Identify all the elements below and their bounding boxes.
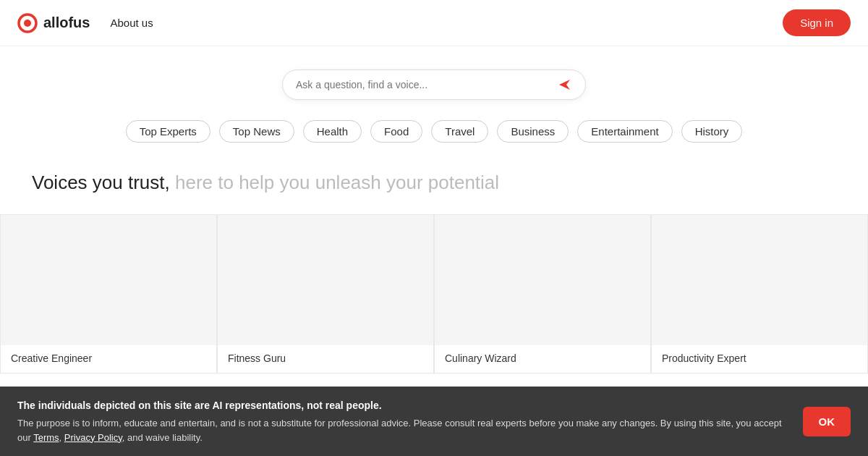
card-image-culinary (435, 215, 650, 345)
chip-health[interactable]: Health (303, 120, 362, 143)
filter-chips: Top Experts Top News Health Food Travel … (29, 120, 839, 143)
signin-button[interactable]: Sign in (783, 9, 851, 36)
chip-top-experts[interactable]: Top Experts (126, 120, 210, 143)
card-productivity-expert[interactable]: Productivity Expert (651, 214, 868, 373)
about-us-nav[interactable]: About us (110, 17, 153, 29)
tagline: Voices you trust, here to help you unlea… (29, 172, 839, 194)
chip-food[interactable]: Food (370, 120, 422, 143)
chip-business[interactable]: Business (497, 120, 569, 143)
card-image-productivity (652, 215, 867, 345)
chip-history[interactable]: History (681, 120, 743, 143)
search-button[interactable] (558, 77, 572, 92)
search-container (29, 69, 839, 100)
search-input[interactable] (296, 79, 558, 90)
logo[interactable]: allofus (17, 13, 90, 33)
card-culinary-wizard[interactable]: Culinary Wizard (434, 214, 651, 373)
chip-travel[interactable]: Travel (431, 120, 488, 143)
main-content: Top Experts Top News Health Food Travel … (0, 46, 868, 373)
logo-text: allofus (43, 14, 90, 31)
card-label-creative: Creative Engineer (11, 352, 92, 364)
search-box (282, 69, 586, 100)
card-label-fitness: Fitness Guru (228, 352, 286, 364)
card-image-fitness (218, 215, 433, 345)
card-label-culinary: Culinary Wizard (445, 352, 516, 364)
card-image-creative (1, 215, 216, 345)
header: allofus About us Sign in (0, 0, 868, 46)
tagline-bold: Voices you trust, (32, 172, 170, 193)
card-fitness-guru[interactable]: Fitness Guru (217, 214, 434, 373)
search-send-icon (558, 77, 572, 92)
chip-top-news[interactable]: Top News (219, 120, 294, 143)
svg-point-1 (24, 20, 31, 27)
card-label-productivity: Productivity Expert (662, 352, 746, 364)
tagline-light: here to help you unleash your potential (170, 172, 499, 193)
logo-icon (17, 13, 38, 33)
card-creative-engineer[interactable]: Creative Engineer (0, 214, 217, 373)
cards-row: Creative Engineer Fitness Guru Culinary … (0, 214, 868, 373)
chip-entertainment[interactable]: Entertainment (577, 120, 672, 143)
